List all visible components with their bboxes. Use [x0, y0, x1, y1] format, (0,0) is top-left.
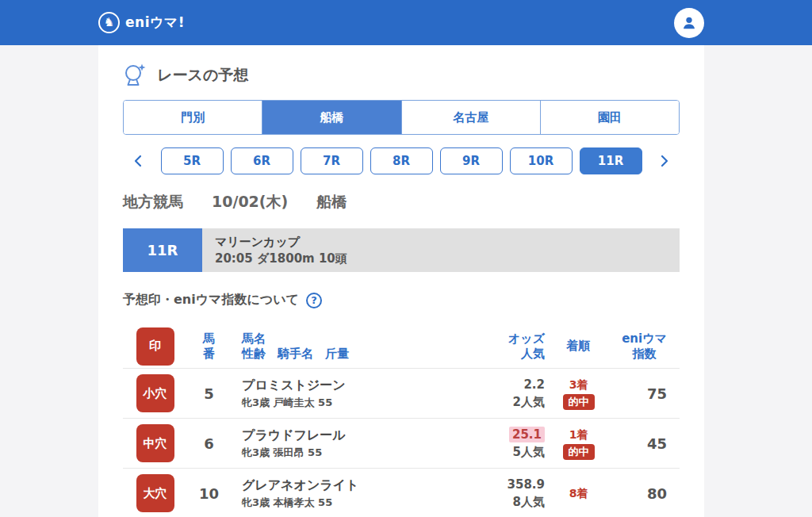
horse-detail: 牝3歳 本橋孝太 55 — [242, 495, 458, 510]
table-row[interactable]: 中穴 6 プラウドフレール 牝3歳 張田昂 55 25.1 5人気 1着 的中 … — [123, 419, 680, 469]
eniuma-index: 75 — [647, 385, 667, 402]
eniuma-index: 80 — [647, 485, 667, 502]
eniuma-index: 45 — [647, 435, 667, 452]
race-button-6r[interactable]: 6R — [231, 147, 293, 174]
horse-detail: 牝3歳 張田昂 55 — [242, 445, 458, 460]
mark-badge: 小穴 — [136, 374, 174, 412]
app-logo[interactable]: ♞ eniウマ! — [98, 12, 185, 33]
race-date-label: 10/02(木) — [212, 192, 288, 213]
horse-number: 6 — [204, 435, 214, 452]
race-button-8r[interactable]: 8R — [370, 147, 433, 174]
popularity-value: 2人気 — [458, 394, 545, 410]
race-title: マリーンカップ — [215, 234, 680, 251]
race-button-10r[interactable]: 10R — [510, 147, 573, 174]
venue-tab-bar: 門別 船橋 名古屋 園田 — [123, 100, 680, 135]
mark-column-header: 印 — [136, 327, 174, 366]
help-icon[interactable]: ? — [306, 293, 322, 308]
table-header-row: 印 馬 番 馬名 性齢 騎手名 斤量 オッズ 人気 着順 eniウマ 指数 — [123, 324, 680, 369]
horse-name: グレアネオンライト — [242, 477, 458, 493]
tab-sonoda[interactable]: 園田 — [541, 101, 679, 134]
race-venue-label: 船橋 — [316, 192, 347, 213]
prediction-info-label: 予想印・eniウマ指数について — [123, 292, 299, 308]
race-button-9r[interactable]: 9R — [440, 147, 503, 174]
race-category-label: 地方競馬 — [123, 192, 183, 213]
chevron-left-icon[interactable] — [129, 152, 147, 170]
horse-number: 10 — [199, 485, 219, 502]
index-column-header: eniウマ 指数 — [612, 331, 680, 362]
odds-column-header: オッズ 人気 — [458, 331, 545, 362]
horse-detail: 牝3歳 戸崎圭太 55 — [242, 395, 458, 410]
prediction-table: 印 馬 番 馬名 性齢 騎手名 斤量 オッズ 人気 着順 eniウマ 指数 — [123, 324, 680, 517]
horse-name: プロミストジーン — [242, 377, 458, 393]
race-banner: 11R マリーンカップ 20:05 ダ1800m 10頭 — [123, 228, 680, 272]
race-button-11r[interactable]: 11R — [580, 147, 642, 174]
result-column-header: 着順 — [545, 339, 612, 354]
number-column-header: 馬 番 — [187, 331, 231, 362]
tab-monbetsu[interactable]: 門別 — [124, 101, 262, 134]
odds-highlight: 25.1 — [509, 427, 545, 442]
name-column-header: 馬名 性齢 騎手名 斤量 — [231, 331, 458, 362]
app-header: ♞ eniウマ! — [0, 0, 812, 45]
app-logo-text: eniウマ! — [125, 13, 185, 32]
hit-badge: 的中 — [563, 444, 595, 460]
race-button-5r[interactable]: 5R — [161, 147, 224, 174]
chevron-right-icon[interactable] — [656, 152, 673, 170]
horse-number: 5 — [204, 385, 214, 402]
tab-nagoya[interactable]: 名古屋 — [402, 101, 541, 134]
mark-badge: 大穴 — [136, 474, 174, 512]
horse-logo-icon: ♞ — [98, 12, 120, 33]
user-icon — [680, 14, 698, 32]
finish-position: 1着 — [569, 427, 588, 442]
mark-badge: 中穴 — [136, 424, 174, 462]
finish-position: 3着 — [569, 377, 588, 392]
odds-value: 25.1 — [458, 427, 545, 442]
odds-value: 2.2 — [458, 377, 545, 393]
user-avatar-button[interactable] — [674, 8, 704, 38]
table-row[interactable]: 小穴 5 プロミストジーン 牝3歳 戸崎圭太 55 2.2 2人気 3着 的中 … — [123, 369, 680, 419]
odds-value: 358.9 — [458, 477, 545, 492]
finish-position: 8着 — [569, 486, 588, 500]
table-row[interactable]: 大穴 10 グレアネオンライト 牝3歳 本橋孝太 55 358.9 8人気 8着… — [123, 469, 680, 517]
race-meta-row: 地方競馬 10/02(木) 船橋 — [123, 192, 680, 213]
race-button-7r[interactable]: 7R — [301, 147, 363, 174]
tab-funabashi[interactable]: 船橋 — [262, 101, 401, 134]
prediction-info-row: 予想印・eniウマ指数について ? — [123, 292, 680, 308]
page-title: レースの予想 — [157, 65, 248, 86]
horse-name: プラウドフレール — [242, 427, 458, 443]
popularity-value: 8人気 — [458, 494, 545, 510]
popularity-value: 5人気 — [458, 444, 545, 460]
race-number-nav: 5R 6R 7R 8R 9R 10R 11R — [129, 147, 673, 174]
race-details: 20:05 ダ1800m 10頭 — [215, 251, 680, 267]
race-banner-number: 11R — [123, 228, 202, 272]
main-content-card: レースの予想 門別 船橋 名古屋 園田 5R 6R 7R 8R 9R 10R 1… — [98, 45, 704, 517]
hit-badge: 的中 — [563, 394, 595, 410]
crystal-ball-icon — [123, 63, 147, 88]
